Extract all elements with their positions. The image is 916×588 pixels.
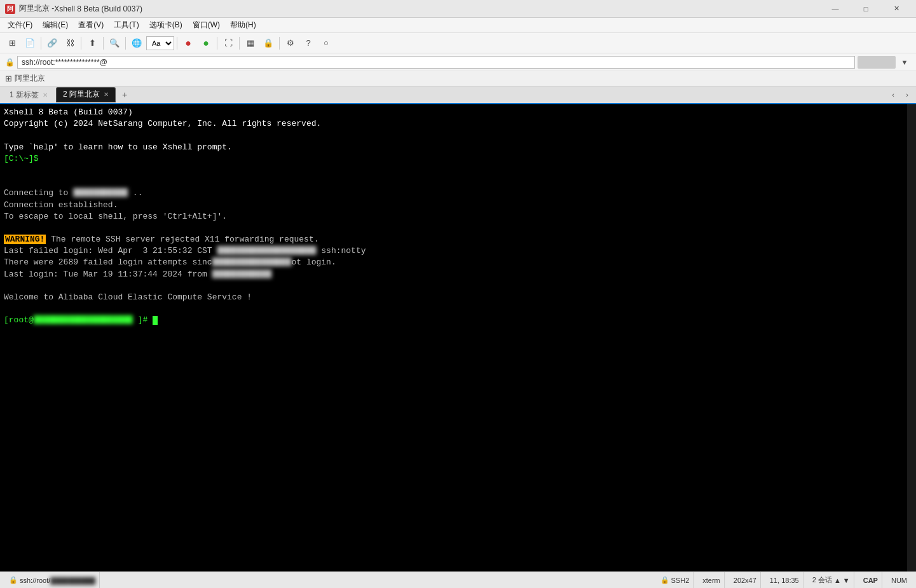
maximize-button[interactable]: □ [851, 0, 880, 18]
title-bar: 阿 阿里北京 - Xshell 8 Beta (Build 0037) — □ … [0, 0, 916, 18]
connect-button[interactable]: 🔗 [44, 36, 60, 51]
tab-1-close[interactable]: ✕ [43, 92, 48, 99]
transfer-button[interactable]: ⬆ [84, 36, 100, 51]
ip-blur-2: ████████████████████ [217, 245, 316, 257]
font-combo[interactable]: Aa [146, 36, 174, 50]
status-num: NUM [887, 572, 911, 588]
new-tab-button[interactable]: + [117, 87, 132, 102]
toolbar-separator-4 [125, 37, 126, 50]
toolbar-separator-5 [177, 37, 177, 50]
warning-badge: WARNING! [4, 235, 46, 244]
menu-tabs[interactable]: 选项卡(B) [144, 18, 188, 32]
status-sessions-text: 2 会话 [812, 575, 832, 585]
term-line-blank1 [4, 165, 912, 176]
term-line-3 [4, 130, 912, 141]
minimize-button[interactable]: — [821, 0, 850, 18]
status-up-arrow[interactable]: ▲ [834, 577, 841, 584]
minimize-icon-button[interactable]: ○ [318, 36, 334, 51]
app-icon: 阿 [5, 4, 15, 14]
term-line-warning: WARNING! The remote SSH server rejected … [4, 234, 912, 245]
disconnect-button[interactable]: ⛓ [62, 36, 78, 51]
menu-file[interactable]: 文件(F) [3, 18, 38, 32]
toolbar: ⊞ 📄 🔗 ⛓ ⬆ 🔍 🌐 Aa ● ● ⛶ ▦ 🔒 ⚙ ? ○ [0, 33, 916, 53]
term-line-welcome: Welcome to Alibaba Cloud Elastic Compute… [4, 292, 912, 303]
terminal-scrollbar[interactable] [907, 104, 916, 571]
find-button[interactable]: 🔍 [106, 36, 123, 51]
prompt-local: [C:\~]$ [4, 154, 43, 163]
status-host-blur: ██████████ [50, 577, 95, 584]
hostname-blur: ████████████████████ [34, 315, 133, 326]
breadcrumb-text: 阿里北京 [15, 73, 45, 84]
address-dropdown[interactable]: ▼ [898, 56, 911, 69]
tab-1[interactable]: 1 新标签 ✕ [3, 87, 55, 102]
help-button[interactable]: ? [300, 36, 317, 51]
tab-2-label: 2 阿里北京 [63, 89, 100, 100]
globe-button[interactable]: 🌐 [128, 36, 145, 51]
toolbar-separator-6 [217, 37, 217, 50]
settings-button[interactable]: ⚙ [282, 36, 299, 51]
status-dim-text: 202x47 [734, 577, 756, 584]
term-line-blank2 [4, 176, 912, 188]
tab-navigation: ‹ › [887, 87, 913, 102]
theme-green-button[interactable]: ● [198, 36, 214, 51]
session-header: ⊞ 阿里北京 [0, 71, 916, 86]
address-input[interactable] [17, 56, 855, 69]
fullscreen-button[interactable]: ⛶ [220, 36, 236, 51]
ip-blur-4: ████████████ [212, 269, 272, 280]
term-line-blank4 [4, 280, 912, 292]
toolbar-separator-7 [239, 37, 240, 50]
status-bar: 🔒 ssh://root/██████████ 🔒 SSH2 xterm 202… [0, 571, 916, 588]
menu-window[interactable]: 窗口(W) [188, 18, 225, 32]
status-term: xterm [699, 572, 725, 588]
address-extra [858, 56, 896, 69]
term-line-attempts: There were 2689 failed login attempts si… [4, 257, 912, 268]
tab-nav-right[interactable]: › [901, 87, 913, 102]
term-line-blank3 [4, 222, 912, 234]
toolbar-separator-1 [41, 37, 41, 50]
cursor [153, 316, 158, 325]
status-address: ssh://root/██████████ [20, 577, 95, 584]
new-session-button[interactable]: ⊞ [4, 36, 20, 51]
lock-icon: 🔒 [5, 58, 15, 67]
menu-help[interactable]: 帮助(H) [225, 18, 261, 32]
window-title: Xshell 8 Beta (Build 0037) [54, 4, 821, 13]
tab-nav-left[interactable]: ‹ [887, 87, 899, 102]
term-line-connecting: Connecting to ███████████ .. [4, 188, 912, 199]
term-line-4: Type `help' to learn how to use Xshell p… [4, 142, 912, 153]
menu-bar: 文件(F) 编辑(E) 查看(V) 工具(T) 选项卡(B) 窗口(W) 帮助(… [0, 18, 916, 33]
layout-button[interactable]: ▦ [242, 36, 259, 51]
tab-2-close[interactable]: ✕ [104, 91, 109, 98]
status-dimensions: 202x47 [730, 572, 761, 588]
toolbar-separator-2 [81, 37, 81, 50]
term-line-5: [C:\~]$ [4, 153, 912, 165]
menu-tools[interactable]: 工具(T) [109, 18, 144, 32]
status-protocol-text: SSH2 [671, 577, 690, 584]
close-button[interactable]: ✕ [882, 0, 911, 18]
status-down-arrow[interactable]: ▼ [843, 577, 850, 584]
term-line-prompt: [root@████████████████████ ]# [4, 315, 912, 326]
ip-blur-3: ████████████████ [212, 257, 292, 268]
theme-red-button[interactable]: ● [180, 36, 196, 51]
menu-view[interactable]: 查看(V) [73, 18, 109, 32]
toolbar-separator-8 [279, 37, 280, 50]
status-num-text: NUM [891, 577, 907, 584]
status-pos-text: 11, 18:35 [770, 577, 799, 584]
ip-blur-1: ███████████ [73, 188, 128, 199]
window-controls: — □ ✕ [821, 0, 911, 18]
status-cap: CAP [859, 572, 882, 588]
term-line-escape: To escape to local shell, press 'Ctrl+Al… [4, 211, 912, 222]
status-ssh-address: 🔒 ssh://root/██████████ [5, 572, 100, 588]
terminal[interactable]: Xshell 8 Beta (Build 0037) Copyright (c)… [0, 104, 916, 571]
status-protocol: 🔒 SSH2 [657, 572, 694, 588]
new-file-button[interactable]: 📄 [22, 36, 38, 51]
term-line-lastlogin: Last login: Tue Mar 19 11:37:44 2024 fro… [4, 269, 912, 280]
menu-edit[interactable]: 编辑(E) [38, 18, 73, 32]
lock-button[interactable]: 🔒 [260, 36, 277, 51]
tab-2[interactable]: 2 阿里北京 ✕ [56, 87, 116, 102]
status-sessions: 2 会话 ▲ ▼ [809, 572, 854, 588]
status-term-text: xterm [702, 577, 720, 584]
prompt-remote: [root@████████████████████ ]# [4, 315, 153, 325]
breadcrumb: ⊞ 阿里北京 [5, 73, 45, 84]
breadcrumb-icon: ⊞ [5, 74, 12, 83]
term-line-blank5 [4, 303, 912, 315]
